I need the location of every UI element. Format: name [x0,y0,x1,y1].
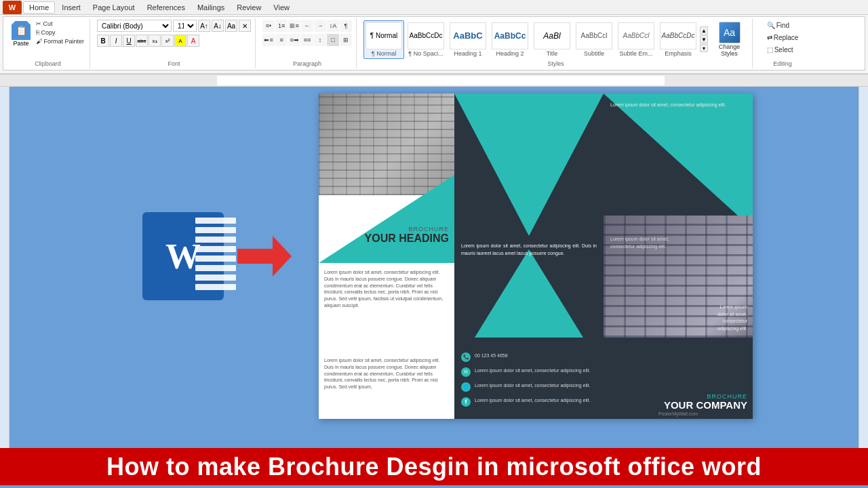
sort-button[interactable]: ↕A [327,20,339,32]
intro-panel: W [115,94,319,419]
style-normal[interactable]: ¶ Normal ¶ Normal [363,20,404,59]
ribbon-content: 📋 Paste ✂ Cut ⎘ Copy 🖌 Format Painter Cl… [3,16,865,70]
superscript-button[interactable]: x² [161,35,174,47]
brochure-left-body2: Lorem ipsum dolor sit amet, consectetur … [319,354,454,393]
indent-increase-button[interactable]: → [314,20,326,32]
menu-home[interactable]: Home [23,1,55,14]
shrink-font-button[interactable]: A↓ [212,20,224,32]
select-button[interactable]: ⬚ Select [764,44,802,56]
font-color-button[interactable]: A [187,35,199,47]
style-normal-label: ¶ Normal [372,50,396,57]
ruler [0,75,868,87]
styles-group-label: Styles [547,59,564,67]
para-row-2: ⬅≡ ≡ ≡➡ ≡≡ ↕ □ ⊞ [262,34,352,46]
style-emphasis-label: Emphasis [665,50,692,57]
grow-font-button[interactable]: A↑ [198,20,210,32]
underline-button[interactable]: U [123,35,135,47]
style-no-spacing-preview: AaBbCcDc [408,22,444,49]
menu-page-layout[interactable]: Page Layout [87,2,140,13]
style-normal-preview: ¶ Normal [366,22,402,49]
editing-group: 🔍 Find ⇄ Replace ⬚ Select Editing [755,18,810,68]
vertical-scrollbar[interactable] [859,87,868,448]
multilevel-button[interactable]: ⊞≡ [288,20,300,32]
cut-label: ✂ Cut [36,20,53,27]
find-replace: 🔍 Find ⇄ Replace ⬚ Select [764,20,802,56]
style-subtle-emphasis-preview: AaBbCcl [618,22,654,49]
style-title[interactable]: AaBl Title [532,20,572,59]
font-size-select[interactable]: 11 [173,20,197,32]
brochure-left-heading: BROCHURE YOUR HEADING [319,226,449,245]
social-icon: f [461,397,471,407]
word-icon-container: W [142,212,224,300]
center-button[interactable]: ≡ [275,34,288,46]
styles-scroll-up[interactable]: ▲ [700,26,708,35]
change-styles-button[interactable]: Aa ChangeStyles [711,20,748,58]
style-heading1-preview: AaBbC [450,22,486,49]
change-styles-icon: Aa [719,22,741,43]
highlight-button[interactable]: A [174,35,186,47]
show-marks-button[interactable]: ¶ [340,20,352,32]
menu-mailings[interactable]: Mailings [192,2,230,13]
style-subtitle[interactable]: AaBbCcl Subtitle [574,20,614,59]
format-painter-button[interactable]: 🖌 Format Painter [35,37,85,45]
right-heading-small: BROCHURE [664,393,747,400]
replace-icon: ⇄ [767,34,772,41]
clear-format-button[interactable]: ✕ [239,20,251,32]
styles-scroll-down[interactable]: ▼ [700,35,708,43]
menu-view[interactable]: View [268,2,295,13]
style-subtitle-preview: AaBbCcl [576,22,612,49]
style-heading2[interactable]: AaBbCc Heading 2 [490,20,530,59]
email-icon: ✉ [461,367,471,377]
justify-button[interactable]: ≡≡ [301,34,313,46]
change-case-button[interactable]: Aa [225,20,237,32]
align-right-button[interactable]: ≡➡ [288,34,300,46]
align-left-button[interactable]: ⬅≡ [262,34,275,46]
style-emphasis[interactable]: AaBbCcDc Emphasis [658,20,698,59]
style-subtle-emphasis[interactable]: AaBbCcl Subtle Em... [616,20,656,59]
format-painter-label: 🖌 Format Painter [36,38,84,45]
replace-button[interactable]: ⇄ Replace [764,32,802,43]
cut-button[interactable]: ✂ Cut [35,20,85,28]
menu-review[interactable]: Review [231,2,267,13]
middle-contact-section: 📞 00 123 45 4658 ✉ Lorem ipsum dolor sit… [461,352,597,412]
bullets-button[interactable]: ≡• [262,20,275,32]
subscript-button[interactable]: x₂ [149,35,161,47]
shading-button[interactable]: □ [327,34,339,46]
borders-button[interactable]: ⊞ [340,34,352,46]
font-family-select[interactable]: Calibri (Body) [97,20,172,32]
bottom-title: How to make Brochure Desgin in microsoft… [106,453,762,481]
middle-bottom-teal [454,249,604,338]
menu-insert[interactable]: Insert [56,2,86,13]
find-button[interactable]: 🔍 Find [764,20,802,31]
style-heading2-preview: AaBbCc [492,22,528,49]
italic-button[interactable]: I [110,35,122,47]
office-button[interactable]: W [3,1,22,14]
line-spacing-button[interactable]: ↕ [314,34,326,46]
numbering-button[interactable]: 1≡ [275,20,288,32]
styles-scroll-expand[interactable]: ▾ [700,44,708,52]
contact-phone-text: 00 123 45 4658 [475,352,508,359]
phone-icon: 📞 [461,352,471,362]
paste-button[interactable]: 📋 Paste [10,20,32,48]
menu-references[interactable]: References [142,2,191,13]
word-line-4 [195,246,236,252]
brochure-right-panel: Lorem ipsum dolor sit amet, consectetur … [604,94,753,419]
style-heading2-label: Heading 2 [496,50,524,57]
word-lines [195,218,236,290]
style-heading1[interactable]: AaBbC Heading 1 [448,20,488,59]
brochure-heading-small: BROCHURE [319,226,449,232]
font-row-2: B I U abc x₂ x² A A [97,35,251,47]
main-area: W [0,87,868,448]
bold-button[interactable]: B [97,35,109,47]
indent-decrease-button[interactable]: ← [301,20,313,32]
web-icon: 🌐 [461,382,471,392]
word-line-5 [195,256,236,262]
copy-button[interactable]: ⎘ Copy [35,28,85,37]
menu-bar: W Home Insert Page Layout References Mai… [0,0,868,15]
brochure-heading-large: YOUR HEADING [319,232,449,245]
contact-web-text: Lorem ipsum dolor sit amet, consectetur … [475,382,590,389]
contact-email: ✉ Lorem ipsum dolor sit amet, consectetu… [461,367,597,377]
strikethrough-button[interactable]: abc [136,35,148,47]
style-no-spacing[interactable]: AaBbCcDc ¶ No Spaci... [406,20,446,59]
style-subtle-emphasis-label: Subtle Em... [620,50,653,57]
